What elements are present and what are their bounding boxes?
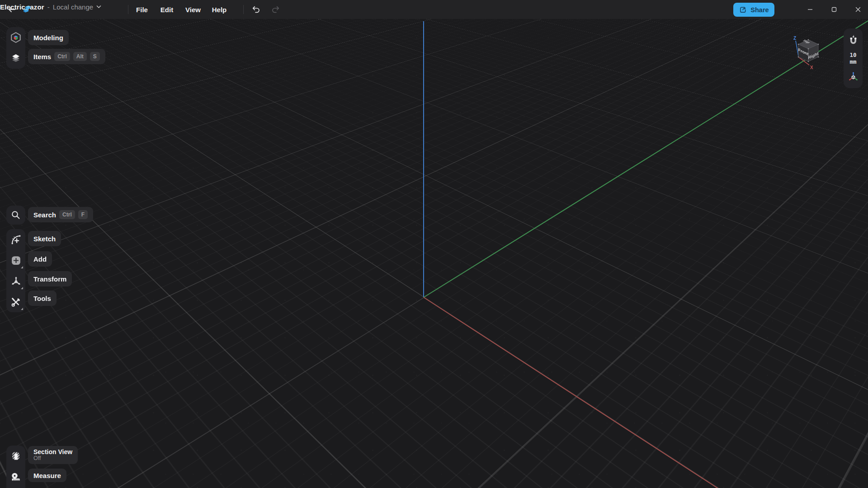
viewport-3d[interactable] bbox=[0, 19, 868, 488]
add-label: Add bbox=[33, 255, 47, 263]
orient-to-origin-button[interactable] bbox=[844, 67, 863, 86]
menu-edit[interactable]: Edit bbox=[157, 3, 176, 16]
back-button[interactable] bbox=[5, 3, 18, 16]
menu-file[interactable]: File bbox=[132, 3, 151, 16]
grid-size-value: 10 bbox=[849, 52, 856, 58]
measure-button[interactable] bbox=[6, 466, 25, 487]
transform-label-pill[interactable]: Transform bbox=[28, 271, 72, 286]
redo-icon bbox=[270, 5, 280, 14]
viewcube-z-label: Z bbox=[793, 36, 796, 41]
search-icon bbox=[10, 210, 21, 221]
search-button[interactable] bbox=[6, 206, 25, 225]
viewcube-x-label: X bbox=[810, 65, 813, 70]
minimize-icon bbox=[807, 7, 813, 12]
magnet-icon bbox=[848, 34, 859, 46]
share-icon bbox=[739, 5, 747, 14]
maximize-button[interactable] bbox=[827, 3, 841, 16]
transform-label: Transform bbox=[33, 275, 66, 283]
menu-help[interactable]: Help bbox=[209, 3, 230, 16]
add-label-pill[interactable]: Add bbox=[28, 251, 52, 267]
undo-button[interactable] bbox=[250, 3, 263, 16]
transform-tool-button[interactable] bbox=[6, 271, 25, 291]
modeling-label: Modeling bbox=[33, 34, 63, 42]
workspace-rail bbox=[6, 27, 25, 69]
titlebar-divider bbox=[128, 5, 128, 14]
section-view-state: Off bbox=[33, 455, 41, 461]
undo-icon bbox=[251, 5, 261, 14]
modeling-cube-icon bbox=[10, 32, 22, 43]
title-separator: - bbox=[47, 3, 50, 11]
submenu-indicator bbox=[21, 266, 23, 268]
back-arrow-icon bbox=[7, 6, 16, 13]
section-view-icon bbox=[10, 450, 21, 461]
origin-axes-icon bbox=[848, 71, 859, 83]
chevron-down-icon bbox=[96, 5, 101, 9]
layers-icon bbox=[10, 53, 21, 64]
search-label: Search bbox=[33, 211, 56, 219]
app-window: Electric razor - Local change File Edit … bbox=[0, 0, 868, 488]
section-view-button[interactable] bbox=[6, 446, 25, 466]
maximize-icon bbox=[831, 7, 837, 12]
items-panel-button[interactable] bbox=[6, 48, 25, 69]
items-label-pill[interactable]: Items Ctrl Alt S bbox=[28, 49, 105, 64]
search-rail bbox=[6, 206, 25, 225]
measure-label: Measure bbox=[33, 472, 61, 479]
close-icon bbox=[855, 7, 861, 12]
share-button[interactable]: Share bbox=[733, 3, 774, 17]
keycap-f: F bbox=[78, 210, 88, 219]
document-status: Local change bbox=[53, 3, 93, 11]
redo-button[interactable] bbox=[269, 3, 282, 16]
share-label: Share bbox=[750, 6, 769, 14]
keycap-ctrl-2: Ctrl bbox=[59, 210, 75, 219]
submenu-indicator bbox=[21, 308, 23, 310]
close-button[interactable] bbox=[851, 3, 865, 16]
section-view-label: Section View bbox=[33, 449, 72, 455]
tools-icon bbox=[10, 296, 22, 308]
sketch-icon bbox=[10, 234, 22, 245]
titlebar-divider-2 bbox=[243, 5, 244, 14]
ground-grid bbox=[0, 19, 868, 317]
modeling-workspace-button[interactable] bbox=[6, 27, 25, 48]
tools-label-pill[interactable]: Tools bbox=[28, 291, 57, 306]
search-label-pill[interactable]: Search Ctrl F bbox=[28, 207, 93, 222]
add-icon bbox=[10, 255, 22, 266]
sketch-tool-button[interactable] bbox=[6, 229, 25, 250]
view-cube[interactable]: Z X Top Front Right bbox=[780, 27, 827, 74]
transform-icon bbox=[10, 276, 22, 287]
section-view-label-pill[interactable]: Section View Off bbox=[28, 446, 78, 464]
submenu-indicator bbox=[21, 287, 23, 289]
modeling-label-pill[interactable]: Modeling bbox=[28, 30, 69, 45]
snap-rail: 10 mm bbox=[844, 28, 863, 88]
sketch-label-pill[interactable]: Sketch bbox=[28, 231, 61, 246]
keycap-ctrl: Ctrl bbox=[54, 52, 70, 61]
grid-size-unit: mm bbox=[849, 58, 856, 65]
measure-label-pill[interactable]: Measure bbox=[28, 469, 66, 482]
minimize-button[interactable] bbox=[803, 3, 817, 16]
tools-tool-button[interactable] bbox=[6, 291, 25, 312]
measure-icon bbox=[10, 471, 21, 482]
bottom-rail bbox=[6, 446, 25, 488]
app-logo-icon[interactable] bbox=[22, 4, 32, 15]
snap-toggle-button[interactable] bbox=[844, 30, 863, 49]
keycap-alt: Alt bbox=[73, 52, 87, 61]
tools-label: Tools bbox=[33, 295, 51, 302]
tool-rail bbox=[6, 229, 25, 312]
titlebar: Electric razor - Local change File Edit … bbox=[0, 0, 868, 19]
add-tool-button[interactable] bbox=[6, 250, 25, 271]
items-label: Items bbox=[33, 53, 51, 61]
menu-view[interactable]: View bbox=[182, 3, 204, 16]
keycap-s: S bbox=[90, 52, 100, 61]
grid-size-indicator[interactable]: 10 mm bbox=[849, 49, 856, 67]
sketch-label: Sketch bbox=[33, 235, 56, 243]
z-axis-line bbox=[423, 21, 424, 297]
